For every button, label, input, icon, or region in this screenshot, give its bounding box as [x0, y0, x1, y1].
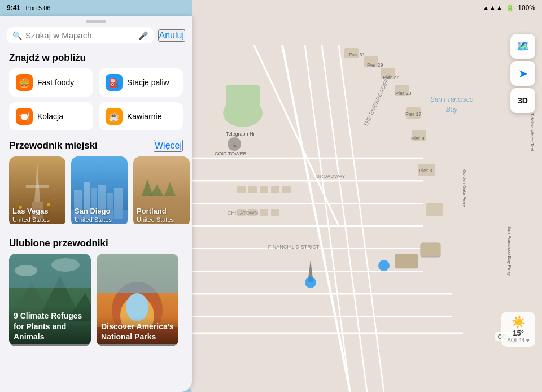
- more-button[interactable]: Więcej: [154, 140, 183, 152]
- climate-card-title: 9 Climate Refuges for Plants and Animals: [14, 311, 86, 342]
- panel-handle: [86, 20, 106, 23]
- svg-rect-93: [97, 254, 178, 293]
- city-card-vegas[interactable]: Las Vegas United States: [9, 156, 65, 227]
- fav-guides-title: Ulubione przewodniki: [0, 236, 192, 254]
- fastfood-icon: 🍔: [16, 74, 33, 91]
- portland-city-name: Portland: [137, 207, 167, 215]
- svg-text:CHINATOWN: CHINATOWN: [228, 210, 259, 216]
- svg-rect-26: [426, 203, 443, 216]
- svg-text:COIT TOWER: COIT TOWER: [215, 151, 247, 156]
- status-time-day: 9:41 Pon 5.06: [7, 4, 50, 12]
- svg-rect-31: [248, 186, 257, 193]
- nearby-item-coffee[interactable]: ☕ Kawiarnie: [99, 102, 183, 130]
- city-guide-title: Przewodnik miejski: [9, 140, 98, 151]
- coffee-icon: ☕: [106, 108, 123, 125]
- svg-text:Telegraph Hill: Telegraph Hill: [226, 131, 257, 137]
- gas-label: Stacje paliw: [127, 78, 169, 87]
- battery-percent: 100%: [518, 4, 535, 12]
- climate-card-text: 9 Climate Refuges for Plants and Animals: [9, 306, 91, 346]
- fav-card-climate[interactable]: 9 Climate Refuges for Plants and Animals: [9, 254, 91, 346]
- portland-country: United States: [137, 216, 174, 223]
- svg-rect-32: [260, 186, 268, 193]
- svg-text:BROADWAY: BROADWAY: [316, 173, 346, 179]
- nearby-grid: 🍔 Fast foody ⛽ Stacje paliw 🍽️ Kolacja ☕…: [0, 68, 192, 137]
- weather-widget[interactable]: ☀️ 15° AQI 44 ♥: [501, 312, 535, 347]
- svg-text:Pier 3: Pier 3: [419, 168, 432, 173]
- coffee-label: Kawiarnie: [127, 112, 161, 121]
- svg-text:San Francisco: San Francisco: [430, 95, 474, 103]
- nearby-item-dinner[interactable]: 🍽️ Kolacja: [9, 102, 93, 130]
- dinner-label: Kolacja: [37, 112, 63, 121]
- search-input[interactable]: [25, 31, 135, 40]
- map-view-button[interactable]: 🗺️: [510, 34, 535, 59]
- svg-text:FINANCIAL DISTRICT: FINANCIAL DISTRICT: [268, 244, 320, 250]
- sandiego-country: United States: [75, 216, 112, 223]
- svg-point-87: [51, 258, 80, 272]
- svg-text:Pier 29: Pier 29: [367, 62, 383, 68]
- 3d-button[interactable]: 3D: [510, 88, 535, 113]
- svg-rect-64: [26, 185, 49, 188]
- svg-rect-37: [260, 209, 268, 216]
- day: Pon 5.06: [25, 5, 50, 11]
- svg-text:Pier 17: Pier 17: [405, 111, 422, 117]
- nationalparks-card-text: Discover America's National Parks: [97, 317, 178, 346]
- svg-text:Pier 9: Pier 9: [411, 136, 425, 141]
- fav-card-nationalparks[interactable]: Discover America's National Parks: [97, 254, 178, 346]
- svg-rect-30: [237, 186, 246, 193]
- search-icon: 🔍: [12, 31, 22, 40]
- weather-aqi: AQI 44 ♥: [507, 337, 530, 343]
- 3d-label: 3D: [518, 96, 528, 105]
- svg-point-86: [15, 265, 37, 276]
- svg-rect-38: [271, 209, 279, 216]
- weather-icon: ☀️: [512, 315, 526, 329]
- svg-text:San Francisco Bay Ferry: San Francisco Bay Ferry: [507, 226, 512, 276]
- svg-point-67: [53, 198, 55, 200]
- svg-text:Tideline Water Taxi: Tideline Water Taxi: [530, 113, 535, 151]
- svg-rect-4: [226, 85, 260, 107]
- location-button[interactable]: ➤: [510, 61, 535, 86]
- map-view-icon: 🗺️: [517, 40, 529, 53]
- location-icon: ➤: [518, 67, 528, 80]
- nearby-item-gas[interactable]: ⛽ Stacje paliw: [99, 68, 183, 97]
- fav-cards: 9 Climate Refuges for Plants and Animals: [0, 254, 192, 346]
- nationalparks-card-title: Discover America's National Parks: [101, 321, 174, 342]
- vegas-city-name: Las Vegas: [12, 207, 49, 215]
- svg-point-52: [305, 277, 316, 288]
- cancel-button[interactable]: Anuluj: [158, 29, 185, 42]
- gas-icon: ⛽: [106, 74, 123, 91]
- map-controls: 🗺️ ➤ 3D: [510, 34, 535, 113]
- city-guide-header: Przewodnik miejski Więcej: [0, 137, 192, 156]
- fastfood-label: Fast foody: [37, 78, 74, 87]
- battery-icon: 🔋: [506, 4, 514, 12]
- time: 9:41: [7, 4, 20, 12]
- svg-text:🗼: 🗼: [231, 141, 238, 147]
- svg-text:Pier 27: Pier 27: [383, 75, 399, 80]
- svg-text:Bay: Bay: [446, 106, 458, 114]
- search-bar-row: 🔍 🎤 Anuluj: [0, 25, 192, 48]
- svg-text:Pier 31: Pier 31: [349, 52, 365, 58]
- svg-point-66: [47, 203, 50, 206]
- svg-rect-27: [421, 243, 440, 257]
- svg-text:Pier 23: Pier 23: [395, 90, 412, 96]
- svg-rect-33: [271, 186, 279, 193]
- svg-rect-34: [282, 186, 291, 193]
- sandiego-city-name: San Diego: [75, 207, 111, 215]
- city-card-sandiego[interactable]: San Diego United States: [71, 156, 128, 227]
- search-input-container[interactable]: 🔍 🎤: [7, 27, 154, 43]
- city-card-portland[interactable]: Portland United States: [133, 156, 190, 227]
- nearby-item-fastfood[interactable]: 🍔 Fast foody: [9, 68, 93, 97]
- dinner-icon: 🍽️: [16, 108, 33, 125]
- status-bar: 9:41 Pon 5.06 ▲▲▲ 🔋 100%: [0, 0, 542, 16]
- vegas-country: United States: [12, 216, 50, 223]
- status-icons: ▲▲▲ 🔋 100%: [483, 4, 535, 12]
- svg-point-53: [378, 260, 390, 271]
- svg-rect-29: [395, 254, 418, 268]
- city-cards: Las Vegas United States: [0, 156, 192, 236]
- search-panel: 🔍 🎤 Anuluj Znajdź w pobliżu 🍔 Fast foody…: [0, 16, 192, 392]
- nearby-section-title: Znajdź w pobliżu: [0, 48, 192, 68]
- svg-text:Golden Gate Ferry: Golden Gate Ferry: [462, 169, 467, 207]
- microphone-icon[interactable]: 🎤: [138, 31, 148, 40]
- weather-temp: 15°: [513, 329, 524, 337]
- wifi-icon: ▲▲▲: [483, 4, 503, 12]
